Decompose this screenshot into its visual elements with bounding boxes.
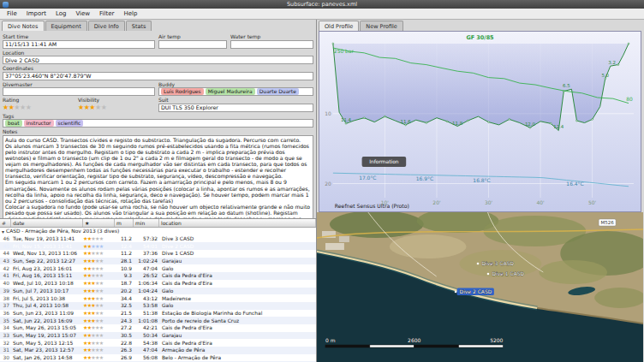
menu-view[interactable]: View bbox=[75, 10, 90, 17]
marker-flag-icon bbox=[477, 263, 480, 265]
col-depth[interactable]: m bbox=[115, 219, 134, 227]
tag-chip[interactable]: scientific bbox=[56, 120, 84, 127]
svg-text:11.4: 11.4 bbox=[341, 117, 352, 122]
dive-date: Sun, May 26, 2013 15:05 bbox=[11, 325, 83, 330]
svg-text:GF 30/85: GF 30/85 bbox=[466, 34, 494, 41]
svg-text:11.8: 11.8 bbox=[452, 121, 463, 126]
app-icon bbox=[3, 2, 9, 8]
dive-duration: 1:04:24 bbox=[134, 288, 159, 294]
dive-depth: 30.5 bbox=[115, 333, 134, 338]
dive-row[interactable]: 46Tue, Nov 19, 2013 11:41★★★★★11.257:32D… bbox=[0, 235, 316, 243]
suit-input[interactable]: DUI TLS 350 Explorer bbox=[158, 104, 313, 112]
dive-depth: 9.3 bbox=[115, 273, 134, 278]
trip-expand-icon[interactable]: ▾ bbox=[2, 228, 4, 234]
buddy-chip[interactable]: Miguel Madureira bbox=[206, 88, 255, 95]
tab-new-profile[interactable]: New Profile bbox=[360, 21, 402, 31]
dive-duration: 1:06:34 bbox=[134, 281, 159, 286]
dive-row[interactable]: 31Sat, Mar 23, 2013 12:57★★★★★26.347:04A… bbox=[0, 347, 316, 354]
dive-row[interactable]: 43Sun, Sep 22, 2013 12:27★★★★★28.11:02:2… bbox=[0, 258, 316, 265]
dive-marker[interactable]: Dive 3 CASD bbox=[477, 260, 515, 266]
dive-rating-stars: ★★★★★ bbox=[83, 347, 115, 353]
dive-row[interactable]: 38Fri, Jul 5, 2013 10:38★★★★★34.443:12Ma… bbox=[0, 294, 316, 302]
water-temp-input[interactable] bbox=[230, 40, 313, 49]
air-temp-input[interactable] bbox=[158, 40, 227, 49]
menu-filter[interactable]: Filter bbox=[99, 10, 114, 17]
menu-log[interactable]: Log bbox=[56, 10, 67, 17]
col-location[interactable]: location bbox=[159, 219, 316, 227]
notes-textarea[interactable]: Aula do curso CASD. Transectos cívides e… bbox=[3, 135, 313, 219]
dive-marker[interactable]: Dive 2 CASD bbox=[455, 288, 494, 296]
dive-marker[interactable]: Dive 1 CASD bbox=[487, 270, 525, 276]
col-rating[interactable]: ★ bbox=[83, 219, 115, 227]
tag-chip[interactable]: instructor bbox=[24, 120, 54, 127]
suit-label: Suit bbox=[158, 97, 313, 103]
dive-number: 32 bbox=[0, 341, 11, 346]
dive-depth: 11.2 bbox=[115, 236, 134, 241]
dive-row[interactable]: 33Sun, May 19, 2013 15:07★★★★★30.550:34G… bbox=[0, 332, 316, 340]
dive-row[interactable]: 36Sun, Jun 23, 2013 11:09★★★★★21.551:38E… bbox=[0, 310, 316, 317]
dive-duration: 1:01:08 bbox=[134, 318, 159, 323]
tab-dive-notes[interactable]: Dive Notes bbox=[2, 21, 45, 31]
dive-row[interactable]: 44Wed, Nov 13, 2013 11:06★★★★★11.237:36D… bbox=[0, 250, 316, 258]
coordinates-input[interactable]: 37°05'23.460"N 8°20'47.879"W bbox=[3, 72, 313, 80]
dive-rating-stars: ★★★★★ bbox=[83, 243, 115, 250]
tags-field[interactable]: boatinstructorscientific bbox=[3, 119, 313, 128]
dive-depth: 18.7 bbox=[115, 281, 134, 286]
location-input[interactable]: Dive 2 CASD bbox=[3, 56, 313, 64]
start-time-input[interactable]: 11/15/13 11:41 AM bbox=[3, 40, 155, 49]
dive-row[interactable]: 39Sun, Jul 7, 2013 10:17★★★★★20.21:04:24… bbox=[0, 288, 316, 295]
menu-bar: FileImportLogViewFilterHelp bbox=[0, 9, 644, 20]
water-temp-label: Water temp bbox=[230, 33, 313, 39]
dive-date: Sun, May 5, 2013 12:15 bbox=[11, 341, 83, 346]
menu-import[interactable]: Import bbox=[27, 10, 46, 17]
tab-equipment[interactable]: Equipment bbox=[45, 21, 87, 31]
trip-header-label: CASD - Armação de Pêra, Nov 2013 (3 dive… bbox=[6, 228, 119, 234]
dive-row[interactable]: 42Fri, Aug 23, 2013 16:01★★★★★10.947:04G… bbox=[0, 264, 316, 272]
dive-date: Sun, Sep 22, 2013 12:27 bbox=[11, 258, 83, 264]
dive-location: Galo bbox=[159, 288, 316, 294]
col-duration[interactable]: min bbox=[134, 219, 159, 227]
dive-date: Sat, Jan 26, 2013 14:58 bbox=[11, 355, 83, 360]
svg-text:0 m: 0 m bbox=[325, 337, 336, 343]
dive-row[interactable]: 37Thu, Jul 4, 2013 10:58★★★★★32.553:58Ga… bbox=[0, 302, 316, 310]
buddy-chip[interactable]: Duarte Duarte bbox=[257, 88, 299, 95]
dive-row[interactable]: 34Sun, May 26, 2013 15:05★★★★★27.242:21C… bbox=[0, 324, 316, 332]
tab-old-profile[interactable]: Old Profile bbox=[319, 21, 359, 31]
rating-stars[interactable]: ★★★★★ bbox=[3, 104, 75, 112]
dive-depth: 34.4 bbox=[115, 296, 134, 301]
dive-list-header: # date ★ m min location bbox=[0, 219, 316, 228]
visibility-stars[interactable]: ★★★★★ bbox=[78, 104, 155, 112]
dive-date: Sun, Jul 7, 2013 10:17 bbox=[11, 288, 83, 294]
tab-stats[interactable]: Stats bbox=[126, 21, 152, 31]
col-number[interactable]: # bbox=[0, 219, 11, 227]
menu-help[interactable]: Help bbox=[123, 10, 137, 17]
divemaster-input[interactable] bbox=[3, 87, 155, 96]
marker-flag-icon bbox=[455, 291, 457, 294]
dive-location: Garajau bbox=[159, 333, 316, 338]
dive-number: 41 bbox=[0, 273, 11, 278]
dive-location: Madeirense bbox=[159, 296, 316, 301]
dive-location-map[interactable]: M526 Dive 3 CASDDive 1 CASDDive 2 CASD 0… bbox=[317, 212, 643, 362]
svg-text:12.0: 12.0 bbox=[525, 122, 536, 127]
dive-depth: 21.5 bbox=[115, 311, 134, 316]
dive-row[interactable]: 45Fri, Nov 15, 2013 11:41★★★★★12.454:01D… bbox=[0, 242, 316, 250]
dive-row[interactable]: 32Sun, May 5, 2013 12:15★★★★★22.854:38Ca… bbox=[0, 339, 316, 347]
dive-date: Thu, Jul 4, 2013 10:58 bbox=[11, 303, 83, 308]
dive-row[interactable]: 40Wed, Jul 10, 2013 10:18★★★★★18.71:06:3… bbox=[0, 280, 316, 288]
svg-text:20': 20' bbox=[432, 199, 441, 205]
menu-file[interactable]: File bbox=[7, 10, 17, 17]
buddy-field[interactable]: Luís RodriguesMiguel MadureiraDuarte Dua… bbox=[158, 87, 313, 96]
dive-duration: 57:32 bbox=[134, 236, 159, 241]
dive-duration: 51:38 bbox=[134, 311, 159, 316]
dive-row[interactable]: 35Sat, Jun 22, 2013 16:09★★★★★24.31:01:0… bbox=[0, 317, 316, 324]
buddy-chip[interactable]: Luís Rodrigues bbox=[161, 88, 204, 95]
title-bar: Subsurface: paneves.xml bbox=[0, 0, 644, 9]
dive-number: 43 bbox=[0, 258, 11, 264]
tab-dive-info[interactable]: Dive Info bbox=[88, 21, 125, 31]
col-date[interactable]: date bbox=[11, 219, 83, 227]
dive-row[interactable]: 30Sat, Jan 26, 2013 14:58★★★★★26.956:08B… bbox=[0, 354, 316, 362]
dive-location: Belo - Armação de Pêra bbox=[159, 355, 316, 360]
tag-chip[interactable]: boat bbox=[5, 120, 22, 127]
dive-row[interactable]: 41Fri, Aug 16, 2013 15:11★★★★★9.326:52Ca… bbox=[0, 272, 316, 280]
trip-header-row[interactable]: ▾CASD - Armação de Pêra, Nov 2013 (3 div… bbox=[0, 228, 316, 235]
